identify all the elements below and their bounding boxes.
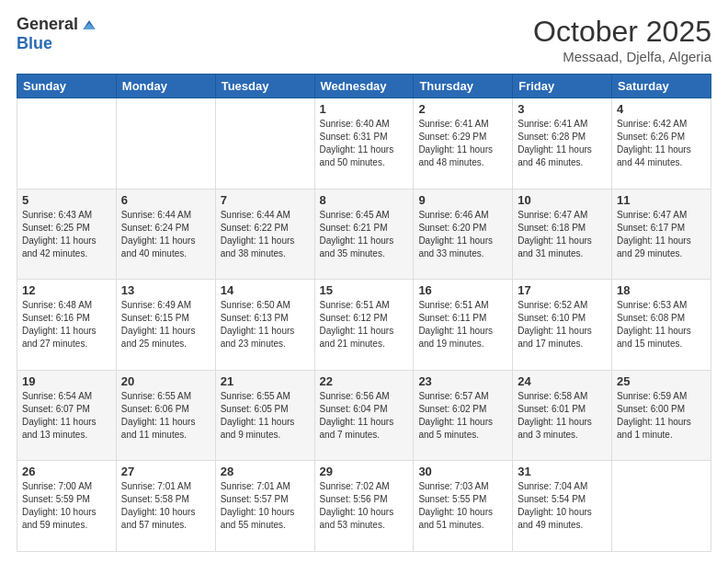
day-number: 13 — [121, 283, 210, 297]
day-info: Sunrise: 6:47 AM Sunset: 6:18 PM Dayligh… — [518, 209, 607, 260]
daylight: Daylight: 11 hours and 11 minutes. — [121, 417, 196, 440]
sunset: Sunset: 6:00 PM — [617, 404, 685, 414]
sunset: Sunset: 6:26 PM — [617, 132, 685, 142]
table-row: 30 Sunrise: 7:03 AM Sunset: 5:55 PM Dayl… — [414, 461, 513, 552]
sunrise: Sunrise: 6:55 AM — [221, 391, 290, 401]
day-info: Sunrise: 6:44 AM Sunset: 6:22 PM Dayligh… — [221, 209, 310, 260]
table-row: 3 Sunrise: 6:41 AM Sunset: 6:28 PM Dayli… — [513, 98, 612, 190]
sunrise: Sunrise: 6:50 AM — [221, 300, 290, 310]
daylight: Daylight: 11 hours and 13 minutes. — [22, 417, 97, 440]
sunset: Sunset: 6:31 PM — [320, 132, 388, 142]
day-number: 27 — [121, 465, 210, 478]
sunset: Sunset: 6:08 PM — [617, 313, 685, 323]
day-info: Sunrise: 6:49 AM Sunset: 6:15 PM Dayligh… — [121, 299, 210, 350]
sunrise: Sunrise: 6:56 AM — [320, 391, 390, 401]
location: Messaad, Djelfa, Algeria — [533, 49, 711, 64]
day-number: 22 — [320, 374, 409, 388]
day-info: Sunrise: 7:04 AM Sunset: 5:54 PM Dayligh… — [518, 480, 607, 532]
logo-blue: Blue — [17, 34, 52, 53]
sunset: Sunset: 5:57 PM — [221, 494, 289, 504]
day-number: 6 — [121, 193, 210, 207]
sunrise: Sunrise: 6:51 AM — [418, 300, 488, 310]
sunrise: Sunrise: 7:02 AM — [320, 481, 390, 491]
day-info: Sunrise: 6:41 AM Sunset: 6:28 PM Dayligh… — [518, 118, 607, 169]
daylight: Daylight: 10 hours and 55 minutes. — [221, 507, 295, 530]
sunrise: Sunrise: 6:58 AM — [518, 391, 587, 401]
day-info: Sunrise: 7:02 AM Sunset: 5:56 PM Dayligh… — [320, 480, 409, 532]
table-row: 31 Sunrise: 7:04 AM Sunset: 5:54 PM Dayl… — [513, 461, 612, 552]
table-row: 27 Sunrise: 7:01 AM Sunset: 5:58 PM Dayl… — [116, 461, 215, 552]
calendar-row: 5 Sunrise: 6:43 AM Sunset: 6:25 PM Dayli… — [17, 189, 711, 280]
svg-marker-1 — [83, 23, 95, 29]
day-number: 5 — [22, 193, 111, 207]
day-info: Sunrise: 6:45 AM Sunset: 6:21 PM Dayligh… — [320, 209, 409, 260]
table-row: 15 Sunrise: 6:51 AM Sunset: 6:12 PM Dayl… — [314, 280, 414, 371]
table-row: 14 Sunrise: 6:50 AM Sunset: 6:13 PM Dayl… — [215, 280, 314, 371]
table-row: 8 Sunrise: 6:45 AM Sunset: 6:21 PM Dayli… — [314, 189, 414, 280]
daylight: Daylight: 11 hours and 1 minute. — [617, 417, 691, 440]
daylight: Daylight: 11 hours and 21 minutes. — [320, 326, 394, 349]
day-info: Sunrise: 6:48 AM Sunset: 6:16 PM Dayligh… — [22, 299, 111, 350]
sunrise: Sunrise: 6:41 AM — [518, 119, 587, 129]
sunrise: Sunrise: 6:53 AM — [617, 300, 687, 310]
daylight: Daylight: 11 hours and 44 minutes. — [617, 144, 691, 167]
day-number: 1 — [320, 102, 409, 116]
daylight: Daylight: 11 hours and 35 minutes. — [320, 236, 394, 259]
table-row: 2 Sunrise: 6:41 AM Sunset: 6:29 PM Dayli… — [414, 98, 513, 190]
day-number: 28 — [221, 465, 310, 478]
sunset: Sunset: 6:20 PM — [418, 223, 486, 233]
day-number: 16 — [418, 283, 507, 297]
sunrise: Sunrise: 6:49 AM — [121, 300, 191, 310]
day-number: 9 — [418, 193, 507, 207]
sunset: Sunset: 5:54 PM — [518, 494, 586, 504]
sunrise: Sunrise: 6:41 AM — [418, 119, 488, 129]
sunset: Sunset: 6:10 PM — [518, 313, 586, 323]
day-info: Sunrise: 7:01 AM Sunset: 5:57 PM Dayligh… — [221, 480, 310, 532]
daylight: Daylight: 10 hours and 51 minutes. — [418, 507, 493, 530]
sunrise: Sunrise: 6:52 AM — [518, 300, 587, 310]
daylight: Daylight: 11 hours and 42 minutes. — [22, 236, 97, 259]
day-info: Sunrise: 6:40 AM Sunset: 6:31 PM Dayligh… — [320, 118, 409, 169]
day-info: Sunrise: 6:54 AM Sunset: 6:07 PM Dayligh… — [22, 390, 111, 442]
daylight: Daylight: 11 hours and 33 minutes. — [418, 236, 493, 259]
sunrise: Sunrise: 6:55 AM — [121, 391, 191, 401]
col-tuesday: Tuesday — [215, 75, 314, 98]
sunrise: Sunrise: 6:47 AM — [617, 210, 687, 220]
day-number: 14 — [221, 283, 310, 297]
sunrise: Sunrise: 6:51 AM — [320, 300, 390, 310]
col-friday: Friday — [513, 75, 612, 98]
sunset: Sunset: 6:29 PM — [418, 132, 486, 142]
day-info: Sunrise: 6:43 AM Sunset: 6:25 PM Dayligh… — [22, 209, 111, 260]
sunrise: Sunrise: 7:00 AM — [22, 481, 92, 491]
sunrise: Sunrise: 6:40 AM — [320, 119, 390, 129]
day-info: Sunrise: 6:57 AM Sunset: 6:02 PM Dayligh… — [418, 390, 507, 442]
sunrise: Sunrise: 7:01 AM — [221, 481, 290, 491]
sunrise: Sunrise: 6:57 AM — [418, 391, 488, 401]
day-number: 29 — [320, 465, 409, 478]
day-info: Sunrise: 6:46 AM Sunset: 6:20 PM Dayligh… — [418, 209, 507, 260]
sunset: Sunset: 6:22 PM — [221, 223, 289, 233]
daylight: Daylight: 11 hours and 5 minutes. — [418, 417, 493, 440]
logo-general: General — [17, 15, 78, 34]
calendar-row: 12 Sunrise: 6:48 AM Sunset: 6:16 PM Dayl… — [17, 280, 711, 371]
table-row: 1 Sunrise: 6:40 AM Sunset: 6:31 PM Dayli… — [314, 98, 414, 190]
day-info: Sunrise: 6:56 AM Sunset: 6:04 PM Dayligh… — [320, 390, 409, 442]
day-info: Sunrise: 6:51 AM Sunset: 6:12 PM Dayligh… — [320, 299, 409, 350]
table-row: 11 Sunrise: 6:47 AM Sunset: 6:17 PM Dayl… — [612, 189, 711, 280]
table-row — [612, 461, 711, 552]
col-wednesday: Wednesday — [314, 75, 414, 98]
daylight: Daylight: 11 hours and 46 minutes. — [518, 144, 592, 167]
sunrise: Sunrise: 6:42 AM — [617, 119, 687, 129]
table-row: 22 Sunrise: 6:56 AM Sunset: 6:04 PM Dayl… — [314, 370, 414, 461]
sunset: Sunset: 6:02 PM — [418, 404, 486, 414]
sunset: Sunset: 6:25 PM — [22, 223, 90, 233]
calendar-row: 26 Sunrise: 7:00 AM Sunset: 5:59 PM Dayl… — [17, 461, 711, 552]
month-title: October 2025 — [533, 15, 711, 49]
table-row: 29 Sunrise: 7:02 AM Sunset: 5:56 PM Dayl… — [314, 461, 414, 552]
day-info: Sunrise: 6:53 AM Sunset: 6:08 PM Dayligh… — [617, 299, 706, 350]
day-info: Sunrise: 6:52 AM Sunset: 6:10 PM Dayligh… — [518, 299, 607, 350]
day-info: Sunrise: 7:03 AM Sunset: 5:55 PM Dayligh… — [418, 480, 507, 532]
sunrise: Sunrise: 7:04 AM — [518, 481, 587, 491]
day-info: Sunrise: 6:58 AM Sunset: 6:01 PM Dayligh… — [518, 390, 607, 442]
table-row — [215, 98, 314, 190]
